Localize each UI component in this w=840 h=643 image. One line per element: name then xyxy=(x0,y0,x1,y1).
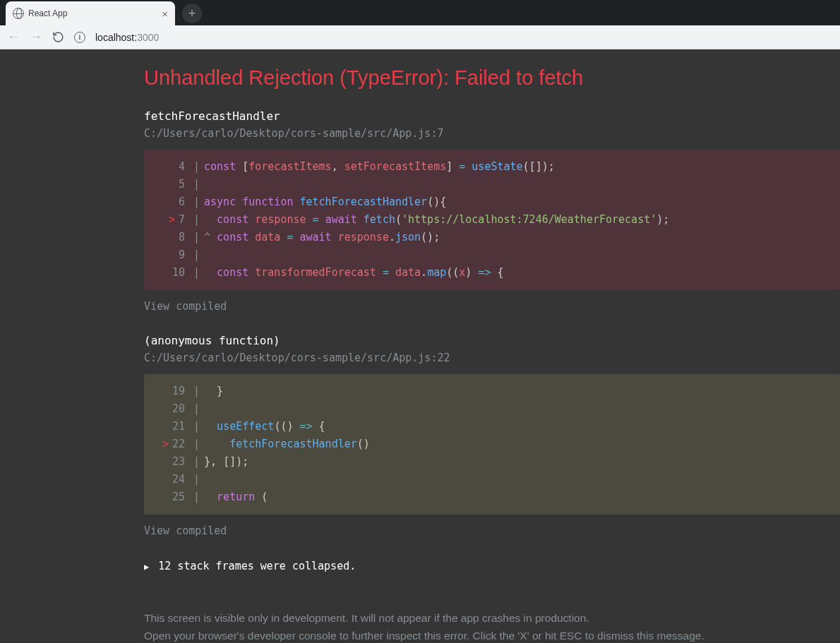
stack-frame-function: (anonymous function) xyxy=(144,334,840,347)
code-line: 8|^ const data = await response.json(); xyxy=(144,229,840,246)
browser-tab-strip: React App × + xyxy=(0,0,840,25)
code-line: >7| const response = await fetch('https:… xyxy=(144,211,840,229)
new-tab-button[interactable]: + xyxy=(182,4,202,23)
code-line: 20| xyxy=(144,400,840,418)
react-error-overlay: Unhandled Rejection (TypeError): Failed … xyxy=(0,49,840,643)
globe-icon xyxy=(13,8,24,19)
view-compiled-link[interactable]: View compiled xyxy=(144,300,840,313)
footer-line: Open your browser's developer console to… xyxy=(144,627,840,643)
browser-tab[interactable]: React App × xyxy=(6,1,175,25)
error-title: Unhandled Rejection (TypeError): Failed … xyxy=(144,66,840,90)
site-info-icon[interactable]: i xyxy=(74,32,85,43)
code-line: 10| const transformedForecast = data.map… xyxy=(144,264,840,282)
code-line: 4|const [forecastItems, setForecastItems… xyxy=(144,158,840,176)
view-compiled-link[interactable]: View compiled xyxy=(144,524,840,537)
code-line: 9| xyxy=(144,246,840,264)
code-line: 25| return ( xyxy=(144,488,840,506)
code-line: 6|async function fetchForecastHandler(){ xyxy=(144,193,840,211)
back-icon[interactable]: ← xyxy=(7,30,20,44)
code-line: 5| xyxy=(144,176,840,193)
code-line: 24| xyxy=(144,471,840,488)
browser-toolbar: ← → i localhost:3000 xyxy=(0,25,840,49)
code-line: 21| useEffect(() => { xyxy=(144,418,840,435)
stack-frame-path: C:/Users/carlo/Desktop/cors-sample/src/A… xyxy=(144,127,840,140)
code-line: >22| fetchForecastHandler() xyxy=(144,435,840,453)
collapsed-frames-toggle[interactable]: ▶ 12 stack frames were collapsed. xyxy=(144,560,840,572)
url-text[interactable]: localhost:3000 xyxy=(95,32,159,43)
collapsed-frames-text: 12 stack frames were collapsed. xyxy=(158,560,356,572)
error-footer: This screen is visible only in developme… xyxy=(144,609,840,643)
reload-icon[interactable] xyxy=(52,31,64,43)
code-line: 19| } xyxy=(144,383,840,400)
forward-icon[interactable]: → xyxy=(30,30,42,44)
close-icon[interactable]: × xyxy=(162,8,168,20)
stack-frame-path: C:/Users/carlo/Desktop/cors-sample/src/A… xyxy=(144,351,840,364)
code-block: 4|const [forecastItems, setForecastItems… xyxy=(144,150,840,290)
footer-line: This screen is visible only in developme… xyxy=(144,609,840,627)
code-line: 23|}, []); xyxy=(144,453,840,471)
stack-frame-function: fetchForecastHandler xyxy=(144,109,840,123)
chevron-right-icon: ▶ xyxy=(144,562,149,572)
tab-title: React App xyxy=(28,8,157,18)
code-block: 19| }20|21| useEffect(() => {>22| fetchF… xyxy=(144,374,840,515)
